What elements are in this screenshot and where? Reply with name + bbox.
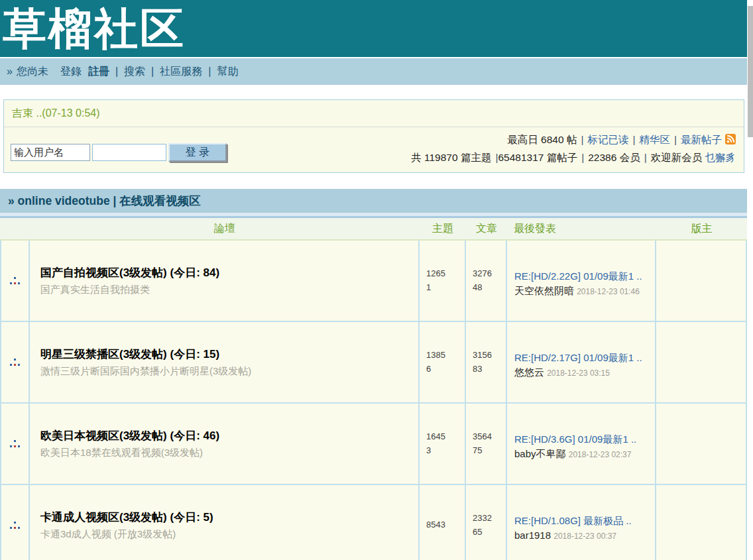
topics-count-cell: 16453 bbox=[420, 404, 466, 485]
broken-image-icon bbox=[14, 277, 16, 279]
topics-count-cell: 8543 bbox=[420, 485, 466, 560]
moderator-cell bbox=[656, 404, 747, 485]
topics-count: 12651 bbox=[426, 267, 449, 294]
section-header[interactable]: » online videotube | 在线观看视频区 bbox=[0, 189, 747, 213]
topics-count: 8543 bbox=[426, 518, 449, 532]
col-header-forum: 論壇 bbox=[30, 218, 420, 241]
last-post-link[interactable]: RE:[HD/1.08G] 最新极品 .. bbox=[514, 515, 632, 526]
site-logo: 草榴社区 bbox=[0, 2, 186, 55]
col-header-moderator: 版主 bbox=[656, 218, 747, 241]
last-post-cell: RE:[HD/2.22G] 01/09最新1 .. 天空依然阴暗 2018-12… bbox=[507, 241, 656, 322]
nav-register-link[interactable]: 註冊 bbox=[88, 65, 109, 79]
forum-description: 欧美日本18禁在线观看视频(3级发帖) bbox=[40, 447, 418, 459]
nav-help-link[interactable]: 幫助 bbox=[217, 65, 238, 79]
col-header-last-post: 最後發表 bbox=[507, 218, 656, 241]
posts-count: 233265 bbox=[473, 512, 495, 538]
nav-separator: | bbox=[115, 66, 118, 78]
forum-icon-cell bbox=[0, 241, 30, 322]
last-post-user[interactable]: 天空依然阴暗 bbox=[514, 285, 574, 296]
forum-cell: 国产自拍视频区(3级发帖) (今日: 84) 国产真实生活自我拍摄类 bbox=[30, 241, 420, 322]
stat-total-topics: 共 119870 篇主题 bbox=[411, 152, 491, 163]
last-post-user[interactable]: bar1918 bbox=[514, 530, 551, 541]
posts-count-cell: 327648 bbox=[466, 241, 507, 322]
forum-icon-cell bbox=[0, 485, 30, 560]
new-member-link[interactable]: 乜獬豸 bbox=[705, 152, 736, 163]
digest-link[interactable]: 精华区 bbox=[639, 134, 670, 145]
rss-icon[interactable] bbox=[725, 133, 736, 149]
nav-services-link[interactable]: 社區服務 bbox=[160, 65, 202, 79]
nav-search-link[interactable]: 搜索 bbox=[124, 65, 145, 79]
forum-row: 卡通成人视频区(3级发帖) (今日: 5) 卡通3d成人视频 (开放3级发帖) … bbox=[0, 485, 747, 560]
nav-separator: | bbox=[151, 66, 154, 78]
stat-separator: | bbox=[581, 152, 584, 163]
forum-table-header-row: 論壇 主題 文章 最後發表 版主 bbox=[0, 218, 747, 241]
col-header-spacer bbox=[0, 218, 30, 241]
col-header-posts: 文章 bbox=[466, 218, 507, 241]
last-post-time: 2018-12-23 00:37 bbox=[553, 532, 616, 541]
stat-separator: | bbox=[581, 134, 583, 145]
forum-icon-cell bbox=[0, 322, 30, 404]
forum-table: 論壇 主題 文章 最後發表 版主 国产自拍视频区(3级发帖) (今日: 84) … bbox=[0, 218, 747, 560]
forum-title-link[interactable]: 欧美日本视频区(3级发帖) (今日: 46) bbox=[40, 428, 418, 445]
last-post-link[interactable]: RE:[HD/2.17G] 01/09最新1 .. bbox=[514, 352, 642, 363]
topics-count: 16453 bbox=[426, 430, 449, 457]
broken-image-icon bbox=[14, 440, 16, 442]
forum-title-link[interactable]: 国产自拍视频区(3级发帖) (今日: 84) bbox=[40, 265, 418, 282]
latest-posts-link[interactable]: 最新帖子 bbox=[681, 134, 722, 145]
moderator-cell bbox=[656, 322, 747, 404]
stat-separator: | bbox=[644, 152, 647, 163]
stat-separator: | bbox=[632, 134, 635, 145]
last-post-user[interactable]: 悠悠云 bbox=[514, 366, 544, 378]
forum-icon-cell bbox=[0, 404, 30, 485]
password-input[interactable] bbox=[92, 144, 166, 161]
col-header-topics: 主題 bbox=[420, 218, 466, 241]
nav-arrow: » bbox=[7, 66, 13, 78]
forum-title-link[interactable]: 明星三级禁播区(3级发帖) (今日: 15) bbox=[40, 347, 418, 363]
mark-read-link[interactable]: 标记已读 bbox=[587, 134, 628, 145]
forum-row: 国产自拍视频区(3级发帖) (今日: 84) 国产真实生活自我拍摄类 12651… bbox=[0, 241, 747, 322]
broken-image-icon bbox=[14, 522, 16, 524]
moderator-cell bbox=[656, 241, 747, 322]
forum-description: 激情三级片断国际国内禁播小片断明星(3级发帖) bbox=[40, 365, 418, 378]
vertical-scrollbar[interactable] bbox=[748, 6, 753, 137]
forum-title-link[interactable]: 卡通成人视频区(3级发帖) (今日: 5) bbox=[40, 510, 418, 526]
last-post-time: 2018-12-23 03:15 bbox=[547, 368, 610, 378]
moderator-cell bbox=[656, 485, 747, 560]
topics-count-cell: 13856 bbox=[420, 322, 466, 404]
forum-description: 卡通3d成人视频 (开放3级发帖) bbox=[40, 528, 418, 541]
notice-box: 吉束 ..(07-13 0:54) 登 录 最高日 6840 帖|标记已读|精华… bbox=[3, 99, 744, 173]
stats-line-1: 最高日 6840 帖|标记已读|精华区|最新帖子 bbox=[411, 131, 736, 149]
topics-count-cell: 12651 bbox=[420, 241, 466, 322]
last-post-time: 2018-12-23 01:46 bbox=[577, 287, 640, 296]
last-post-cell: RE:[HD/2.17G] 01/09最新1 .. 悠悠云 2018-12-23… bbox=[507, 322, 656, 404]
posts-count-cell: 233265 bbox=[466, 485, 507, 560]
nav-login-link[interactable]: 登錄 bbox=[60, 65, 82, 79]
site-header: 草榴社区 bbox=[0, 0, 747, 57]
forum-row: 欧美日本视频区(3级发帖) (今日: 46) 欧美日本18禁在线观看视频(3级发… bbox=[0, 404, 747, 485]
forum-row: 明星三级禁播区(3级发帖) (今日: 15) 激情三级片断国际国内禁播小片断明星… bbox=[0, 322, 747, 404]
forum-cell: 欧美日本视频区(3级发帖) (今日: 46) 欧美日本18禁在线观看视频(3级发… bbox=[30, 404, 420, 485]
board-stats: 最高日 6840 帖|标记已读|精华区|最新帖子 共 119870 篇主题|65… bbox=[411, 131, 736, 166]
page-content: 草榴社区 » 您尚未 登錄 註冊 | 搜索 | 社區服務 | 幫助 吉束 ..(… bbox=[0, 0, 747, 560]
forum-description: 国产真实生活自我拍摄类 bbox=[40, 284, 418, 296]
stats-line-2: 共 119870 篇主题|65481317 篇帖子|22386 会员|欢迎新会员… bbox=[411, 149, 736, 166]
nav-not-logged-label: 您尚未 bbox=[17, 65, 48, 79]
nav-separator: | bbox=[208, 66, 211, 78]
last-post-link[interactable]: RE:[HD/3.6G] 01/09最新1 .. bbox=[514, 433, 636, 445]
login-button[interactable]: 登 录 bbox=[168, 143, 227, 162]
last-post-link[interactable]: RE:[HD/2.22G] 01/09最新1 .. bbox=[514, 270, 642, 282]
broken-image-icon bbox=[14, 359, 16, 361]
last-post-time: 2018-12-23 02:37 bbox=[569, 450, 632, 459]
last-post-user[interactable]: baby不卑鄙 bbox=[514, 448, 566, 459]
login-form: 登 录 bbox=[11, 139, 227, 166]
posts-count: 315683 bbox=[473, 349, 495, 375]
notice-date-line: 吉束 ..(07-13 0:54) bbox=[4, 100, 744, 127]
last-post-cell: RE:[HD/1.08G] 最新极品 .. bar1918 2018-12-23… bbox=[507, 485, 656, 560]
username-input[interactable] bbox=[11, 144, 90, 161]
posts-count: 327648 bbox=[473, 267, 495, 294]
stat-max-daily: 最高日 6840 帖 bbox=[507, 134, 577, 145]
posts-count-cell: 356475 bbox=[466, 404, 507, 485]
stat-members: 22386 会员 bbox=[588, 152, 640, 163]
forum-cell: 卡通成人视频区(3级发帖) (今日: 5) 卡通3d成人视频 (开放3级发帖) bbox=[30, 485, 420, 560]
topics-count: 13856 bbox=[426, 349, 449, 375]
